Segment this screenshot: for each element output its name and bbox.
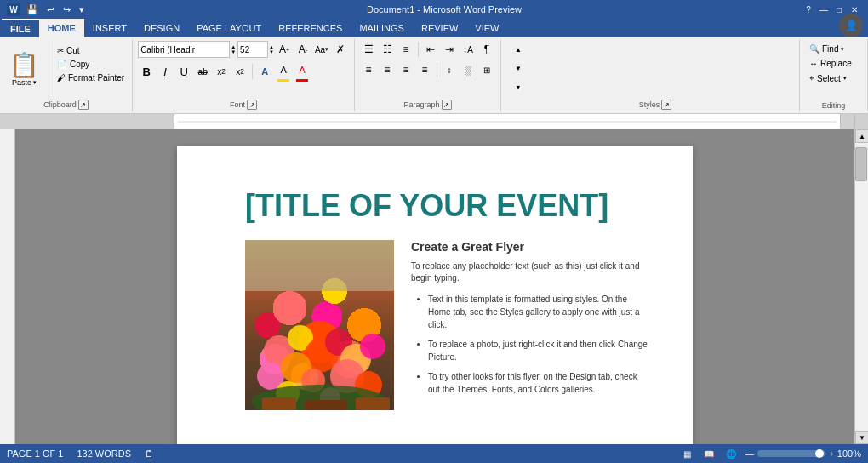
justify-btn[interactable]: ≡ — [416, 61, 433, 78]
paste-dropdown-arrow[interactable]: ▾ — [33, 79, 37, 86]
tab-page-layout[interactable]: PAGE LAYOUT — [188, 19, 270, 37]
select-button[interactable]: ⌖ Select ▾ — [805, 71, 856, 85]
multilevel-btn[interactable]: ≡ — [397, 41, 414, 58]
font-dialog-launcher[interactable]: ↗ — [247, 100, 257, 110]
web-layout-btn[interactable]: 🌐 — [723, 447, 739, 460]
tab-home[interactable]: HOME — [39, 19, 84, 37]
italic-button[interactable]: I — [157, 63, 174, 80]
styles-scroll-down[interactable]: ▼ — [510, 60, 527, 77]
clear-formatting-btn[interactable]: ✗ — [332, 41, 349, 58]
document-scroll-area[interactable]: [TITLE OF YOUR EVENT] — [15, 129, 854, 444]
replace-button[interactable]: ↔ Replace — [805, 57, 856, 70]
decrease-indent-btn[interactable]: ⇤ — [422, 41, 439, 58]
styles-dialog-launcher[interactable]: ↗ — [661, 100, 671, 110]
tab-design[interactable]: DESIGN — [135, 19, 188, 37]
styles-scroll-up[interactable]: ▲ — [510, 41, 527, 58]
flowers-svg — [245, 266, 394, 410]
clipboard-group: 📋 Paste ▾ ✂ Cut 📄 Copy — [0, 39, 133, 111]
font-name-input[interactable] — [138, 41, 230, 58]
shading-btn[interactable]: ░ — [460, 61, 477, 78]
paste-button[interactable]: 📋 Paste ▾ — [3, 41, 45, 100]
align-right-btn[interactable]: ≡ — [397, 61, 414, 78]
replace-icon: ↔ — [809, 59, 818, 68]
text-content: Create a Great Flyer To replace any plac… — [411, 240, 650, 410]
status-bar: PAGE 1 OF 1 132 WORDS 🗒 ▦ 📖 🌐 — + 100% — [0, 444, 868, 463]
language-indicator: 🗒 — [145, 449, 154, 459]
decrease-font-btn[interactable]: A- — [294, 41, 311, 58]
copy-button[interactable]: 📄 Copy — [53, 58, 128, 71]
subscript-btn[interactable]: x2 — [213, 63, 230, 80]
zoom-controls: — + 100% — [745, 449, 861, 459]
cut-button[interactable]: ✂ Cut — [53, 44, 128, 57]
save-quick-btn[interactable]: 💾 — [24, 3, 41, 16]
font-color-btn[interactable]: A — [294, 61, 311, 78]
section-header: Create a Great Flyer — [411, 240, 650, 254]
redo-quick-btn[interactable]: ↪ — [60, 3, 73, 16]
paste-label: Paste — [12, 78, 31, 87]
editing-group-label: Editing — [805, 101, 862, 110]
tab-insert[interactable]: INSERT — [84, 19, 135, 37]
increase-indent-btn[interactable]: ⇥ — [441, 41, 458, 58]
title-bar: W 💾 ↩ ↪ ▾ Document1 - Microsoft Word Pre… — [0, 0, 868, 19]
read-mode-btn[interactable]: 📖 — [701, 447, 717, 460]
font-size-combobox[interactable]: ▲ ▼ — [237, 41, 274, 58]
highlight-btn[interactable]: A — [275, 61, 292, 78]
superscript-btn[interactable]: x2 — [231, 63, 248, 80]
highlight-btn-group: A — [275, 61, 292, 82]
paragraph-dialog-launcher[interactable]: ↗ — [442, 100, 452, 110]
find-button[interactable]: 🔍 Find ▾ — [805, 43, 856, 55]
font-size-down[interactable]: ▼ — [269, 49, 274, 54]
text-effects-btn[interactable]: A — [256, 63, 273, 80]
bullet-2: To replace a photo, just right-click it … — [428, 338, 650, 363]
font-name-down[interactable]: ▼ — [231, 49, 236, 54]
underline-button[interactable]: U — [175, 63, 192, 80]
flyer-image[interactable] — [245, 240, 394, 410]
styles-more[interactable]: ▾ — [510, 78, 527, 95]
customize-quick-btn[interactable]: ▾ — [77, 3, 87, 16]
select-label: Select — [817, 74, 841, 83]
select-arrow: ▾ — [843, 75, 847, 82]
show-formatting-btn[interactable]: ¶ — [478, 41, 495, 58]
scroll-down-btn[interactable]: ▼ — [855, 431, 868, 444]
page-info: PAGE 1 OF 1 — [7, 449, 63, 459]
zoom-out-btn[interactable]: — — [745, 449, 754, 459]
sort-btn[interactable]: ↕A — [460, 41, 477, 58]
borders-btn[interactable]: ⊞ — [478, 61, 495, 78]
tab-review[interactable]: REVIEW — [413, 19, 466, 37]
bold-button[interactable]: B — [138, 63, 155, 80]
font-size-arrows: ▲ ▼ — [269, 44, 274, 54]
zoom-thumb — [815, 449, 824, 458]
align-center-btn[interactable]: ≡ — [379, 61, 396, 78]
help-btn[interactable]: ? — [802, 3, 815, 16]
increase-font-btn[interactable]: A+ — [276, 41, 293, 58]
tab-view[interactable]: VIEW — [466, 19, 507, 37]
line-spacing-btn[interactable]: ↕ — [441, 61, 458, 78]
vertical-scrollbar: ▲ ▼ — [854, 129, 868, 444]
event-title[interactable]: [TITLE OF YOUR EVENT] — [245, 189, 650, 223]
change-case-btn[interactable]: Aa▾ — [313, 41, 330, 58]
status-right: ▦ 📖 🌐 — + 100% — [679, 447, 861, 460]
search-icon: 🔍 — [809, 44, 819, 54]
user-avatar[interactable]: 👤 — [839, 14, 863, 37]
align-left-btn[interactable]: ≡ — [360, 61, 377, 78]
font-name-combobox[interactable]: ▲ ▼ — [138, 41, 236, 58]
strikethrough-btn[interactable]: ab — [194, 63, 211, 80]
ruler-main[interactable] — [174, 114, 841, 129]
font-size-input[interactable] — [237, 41, 268, 58]
scroll-thumb[interactable] — [855, 147, 867, 181]
clipboard-dialog-launcher[interactable]: ↗ — [78, 100, 89, 110]
numbering-btn[interactable]: ☷ — [379, 41, 396, 58]
undo-quick-btn[interactable]: ↩ — [44, 3, 57, 16]
scroll-up-btn[interactable]: ▲ — [855, 129, 868, 143]
tab-references[interactable]: REFERENCES — [270, 19, 351, 37]
scroll-track[interactable] — [855, 143, 868, 431]
tab-mailings[interactable]: MAILINGS — [351, 19, 413, 37]
minimize-btn[interactable]: — — [817, 3, 831, 16]
zoom-slider[interactable] — [757, 450, 825, 457]
tab-file[interactable]: FILE — [2, 19, 39, 37]
print-layout-btn[interactable]: ▦ — [679, 447, 694, 460]
zoom-in-btn[interactable]: + — [829, 449, 834, 459]
format-painter-button[interactable]: 🖌 Format Painter — [53, 71, 128, 84]
bullets-btn[interactable]: ☰ — [360, 41, 377, 58]
para-sep1 — [418, 42, 419, 57]
